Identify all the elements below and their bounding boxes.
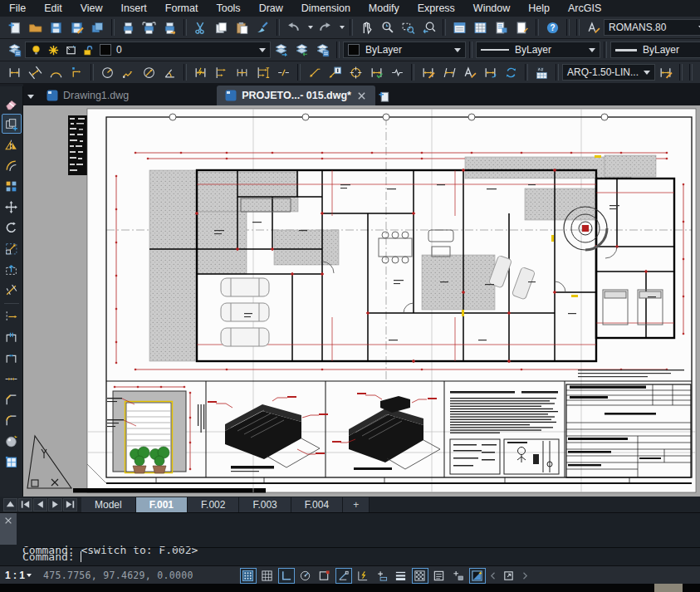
next-viewport-button[interactable] (520, 568, 530, 584)
multileader-button[interactable] (325, 63, 345, 82)
layer-manager-button[interactable] (4, 41, 25, 60)
sheet-list-button[interactable] (491, 18, 512, 37)
menu-tools[interactable]: Tools (207, 0, 249, 17)
layer-thaw-icon[interactable] (47, 44, 60, 56)
layout-menu-button[interactable] (3, 498, 17, 511)
menu-help[interactable]: Help (519, 0, 559, 17)
layer-isolate-button[interactable] (696, 63, 700, 82)
dim-refresh-button[interactable] (501, 63, 521, 82)
move-tool[interactable] (2, 197, 22, 217)
zoom-previous-button[interactable] (419, 18, 439, 37)
layer-select[interactable]: 0 (25, 42, 271, 58)
command-window[interactable]: Command: <switch to: F.002> Command: <sw… (0, 513, 700, 565)
break-tool[interactable] (2, 348, 22, 368)
doc-tab-drawing1[interactable]: Drawing1.dwg (38, 86, 137, 105)
menu-format[interactable]: Format (156, 0, 208, 17)
trim-tool[interactable] (2, 280, 22, 300)
dim-text-edit-button[interactable] (459, 63, 480, 82)
last-layout-button[interactable] (63, 498, 77, 511)
osnap-toggle[interactable] (316, 568, 333, 584)
zoom-window-button[interactable] (398, 18, 419, 37)
dim-arc-length-button[interactable] (46, 63, 66, 82)
help-button[interactable]: ? (542, 18, 563, 37)
layout-tab-f002[interactable]: F.002 (188, 497, 239, 512)
layout-tab-f003[interactable]: F.003 (239, 497, 291, 512)
dim-ordinate-button[interactable] (66, 63, 87, 82)
quick-dimension-button[interactable] (190, 63, 211, 82)
undo-dropdown[interactable] (304, 18, 315, 37)
pan-button[interactable] (356, 18, 377, 37)
rotate-tool[interactable] (2, 218, 22, 237)
grid-toggle[interactable] (259, 568, 276, 584)
chamfer-tool[interactable] (2, 389, 22, 409)
next-layout-button[interactable] (48, 498, 62, 511)
menu-arcgis[interactable]: ArcGIS (559, 0, 610, 17)
mirror-tool[interactable] (2, 135, 22, 154)
dim-style-edit-button[interactable] (655, 63, 676, 82)
menu-edit[interactable]: Edit (35, 0, 71, 17)
make-object-layer-current-button[interactable] (271, 41, 291, 60)
dim-style-manager-button[interactable] (531, 63, 552, 82)
new-button[interactable] (4, 18, 25, 37)
dim-angular-button[interactable] (159, 63, 180, 82)
dim-linear-button[interactable] (4, 63, 25, 82)
redo-dropdown[interactable] (335, 18, 346, 37)
table-tool[interactable] (2, 452, 22, 472)
dim-diameter-button[interactable] (139, 63, 159, 82)
layer-plot-icon[interactable] (65, 44, 77, 56)
add-layout-button[interactable]: + (343, 497, 370, 512)
menu-draw[interactable]: Draw (250, 0, 292, 17)
offset-tool[interactable] (2, 155, 22, 175)
undo-button[interactable] (283, 18, 304, 37)
erase-tool[interactable] (2, 93, 22, 113)
open-sheets-button[interactable] (87, 18, 108, 37)
dim-continue-button[interactable] (232, 63, 252, 82)
dim-baseline-button[interactable] (211, 63, 232, 82)
close-icon[interactable] (356, 91, 367, 101)
viewport-scale[interactable]: 1 : 1 (5, 570, 25, 581)
match-properties-button[interactable] (252, 18, 273, 37)
join-tool[interactable] (2, 369, 22, 389)
doc-tab-projeto-015[interactable]: PROJETO...- 015.dwg* (217, 86, 375, 105)
annotation-scale-toggle[interactable] (450, 568, 467, 584)
stretch-tool[interactable] (2, 259, 22, 279)
layer-on-icon[interactable] (30, 44, 42, 56)
layout-tab-f001[interactable]: F.001 (136, 497, 188, 512)
lineweight-toggle[interactable] (393, 568, 409, 584)
layer-states-button[interactable] (312, 41, 333, 60)
center-mark-button[interactable] (345, 63, 366, 82)
layer-previous-button[interactable] (291, 41, 312, 60)
command-input-line[interactable]: Command: (22, 547, 700, 563)
drawing-canvas[interactable] (23, 105, 700, 497)
prev-layout-button[interactable] (33, 498, 47, 511)
dynamic-input-toggle[interactable] (374, 568, 390, 584)
dim-radius-button[interactable] (97, 63, 118, 82)
dim-oblique-button[interactable] (438, 63, 459, 82)
publish-button[interactable] (159, 18, 180, 37)
scale-tool[interactable] (2, 238, 22, 258)
dim-break-button[interactable] (273, 63, 294, 82)
dim-jog-line-button[interactable] (387, 63, 408, 82)
markup-button[interactable] (512, 18, 532, 37)
ortho-toggle[interactable] (278, 568, 295, 584)
snap-toggle[interactable] (240, 568, 257, 584)
menu-view[interactable]: View (71, 0, 112, 17)
array-tool[interactable] (2, 176, 22, 196)
open-button[interactable] (25, 18, 46, 37)
donut-tool[interactable] (2, 431, 22, 451)
cut-button[interactable] (190, 18, 211, 37)
properties-palette-button[interactable] (449, 18, 470, 37)
layout-tab-f004[interactable]: F.004 (291, 497, 343, 512)
new-tab-button[interactable] (375, 87, 394, 105)
polar-snap-toggle[interactable] (355, 568, 371, 584)
copy-button[interactable] (211, 18, 232, 37)
menu-file[interactable]: File (0, 0, 35, 17)
maximize-viewport-button[interactable] (501, 568, 517, 584)
dim-jogged-button[interactable] (118, 63, 139, 82)
text-style-select[interactable]: ROMANS.80 (604, 19, 700, 36)
color-control-select[interactable]: ByLayer (343, 42, 466, 58)
menu-dimension[interactable]: Dimension (292, 0, 360, 17)
menu-express[interactable]: Express (409, 0, 464, 17)
paste-button[interactable] (232, 18, 252, 37)
extend-tool[interactable] (2, 306, 22, 326)
